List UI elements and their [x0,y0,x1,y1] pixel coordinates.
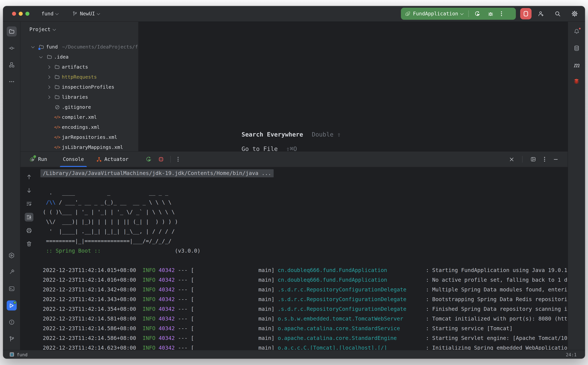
soft-wrap-button[interactable] [25,199,34,208]
more-tool-windows-button[interactable] [7,77,17,87]
debug-button[interactable] [488,11,494,17]
git-branch-menu[interactable]: NewUI [72,11,100,17]
tree-item-jslibrarymappings-xml[interactable]: </>jsLibraryMappings.xml [20,142,138,151]
tree-item-label: .idea [54,54,68,60]
running-indicator [34,155,36,158]
terminal-icon [8,286,14,292]
right-tool-window-bar: m [568,22,585,350]
tree-chevron-right-icon[interactable] [46,76,54,78]
tree-item-compiler-xml[interactable]: </>compiler.xml [20,112,138,122]
tree-chevron-down-icon[interactable] [30,46,39,48]
actuator-icon [97,157,102,162]
caret-position-widget[interactable]: 24:1 [566,352,577,357]
tree-chevron-right-icon[interactable] [46,86,54,88]
structure-tool-button[interactable] [7,60,17,70]
console-output[interactable]: /Library/Java/JavaVirtualMachines/jdk-19… [38,167,568,350]
stop-button[interactable] [520,8,532,19]
notifications-tool-button[interactable] [571,26,581,36]
print-button[interactable] [25,226,34,235]
project-menu[interactable]: fund [41,11,58,17]
branch-name: NewUI [80,11,95,17]
tab-actuator[interactable]: Actuator [92,152,133,167]
chevron-down-icon [97,12,100,15]
close-tool-window-button[interactable] [509,157,514,162]
terminal-tool-button[interactable] [7,284,17,294]
rerun-button[interactable] [475,11,480,17]
maven-tool-button[interactable]: m [571,60,581,70]
stop-icon [158,157,163,162]
git-branch-icon [8,336,14,342]
spring-banner-line: /\\ / ___'_ __ _ _(_)_ __ __ _ \ \ \ \ [43,197,568,207]
gear-icon [571,10,578,17]
tree-chevron-down-icon[interactable] [38,56,47,58]
spring-banner-line: \\/ ___)| |_)| | | | | || (_| | ) ) ) ) [43,217,568,226]
left-tool-window-bar [3,22,20,350]
more-icon [8,79,14,85]
status-project-widget[interactable]: fund [10,352,27,357]
tree-item-label: jsLibraryMappings.xml [62,145,123,150]
tab-console[interactable]: Console [59,152,88,167]
build-tool-button[interactable] [7,267,17,277]
tool-window-options-button[interactable] [544,157,545,162]
tree-item-libraries[interactable]: libraries [20,92,138,102]
titlebar-icon-group [538,10,578,17]
tree-item--gitignore[interactable]: .gitignore [20,102,138,112]
tree-item-label: httpRequests [62,74,97,80]
project-tree-panel: Project fund~/Documents/IdeaProjects/f.i… [20,22,139,151]
commit-tool-button[interactable] [7,43,17,53]
tab-label: Console [63,156,84,162]
tree-item-artifacts[interactable]: artifacts [20,62,138,72]
more-options-button[interactable] [177,157,179,162]
close-window-button[interactable] [12,12,16,16]
rerun-button[interactable] [146,156,151,162]
run-header-window-controls [509,156,558,163]
soft-wrap-icon [26,201,32,207]
tree-item-fund[interactable]: fund~/Documents/IdeaProjects/f [20,42,138,52]
scroll-down-button[interactable] [25,186,34,195]
project-tool-button[interactable] [7,26,17,36]
console-log-line: 2022-12-23T11:42:14.015+08:00 INFO 40342… [43,265,568,275]
editor-hint-goto-file: Go to File ⇧⌘O [242,145,297,151]
chevron-down-icon [55,12,59,15]
scroll-up-button[interactable] [25,173,34,181]
zoom-window-button[interactable] [25,12,29,16]
arrow-down-icon [26,187,32,193]
tree-item-encodings-xml[interactable]: </>encodings.xml [20,122,138,132]
add-user-icon [538,11,544,17]
tree-item-httprequests[interactable]: httpRequests [20,72,138,82]
tree-chevron-right-icon[interactable] [46,96,54,98]
stop-button[interactable] [158,157,163,162]
vcs-tool-button[interactable] [7,334,17,344]
database-tool-button[interactable] [571,43,581,53]
console-log-line: 2022-12-23T11:42:14.623+08:00 INFO 40342… [43,343,568,350]
run-configuration-widget[interactable]: FundApplication [401,8,516,20]
services-tool-button[interactable] [7,250,17,260]
run-tool-window: Run Console Actuator [20,151,568,350]
problems-tool-button[interactable] [7,317,17,327]
tree-chevron-right-icon[interactable] [46,66,54,68]
divider [170,156,170,163]
stop-icon [523,11,528,17]
tree-item-label: fund [46,44,58,49]
spring-version-line: :: Spring Boot :: (v3.0.0) [43,246,568,256]
clear-console-button[interactable] [25,239,34,248]
layout-settings-button[interactable] [531,157,536,162]
tree-item--idea[interactable]: .idea [20,52,138,62]
project-panel-header[interactable]: Project [20,22,138,37]
tree-item-jarrepositories-xml[interactable]: </>jarRepositories.xml [20,132,138,142]
more-actions-button[interactable] [501,11,502,16]
chevron-down-icon [53,27,56,31]
titlebar-actions: FundApplication [401,8,578,20]
redis-tool-button[interactable] [571,77,581,87]
scroll-to-end-button[interactable] [25,213,34,221]
tree-item-inspectionprofiles[interactable]: inspectionProfiles [20,82,138,92]
minimize-window-button[interactable] [19,12,23,16]
add-user-button[interactable] [538,11,544,17]
search-everywhere-button[interactable] [554,11,561,17]
run-tool-button[interactable] [7,301,17,310]
hint-shortcut: ⇧⌘O [286,145,297,151]
settings-button[interactable] [571,10,578,17]
tree-item-label: artifacts [62,64,88,70]
title-bar: fund NewUI FundApplication [3,6,585,22]
hide-tool-window-button[interactable] [553,157,558,162]
